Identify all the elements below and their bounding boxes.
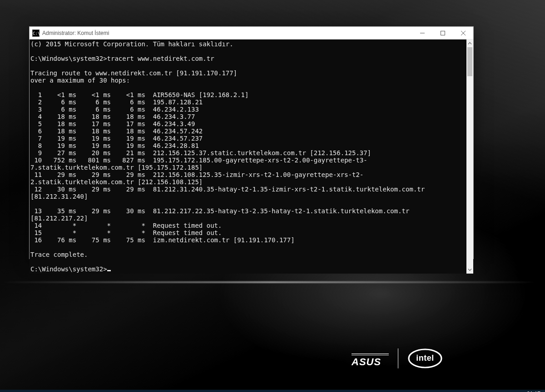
maximize-icon [441, 31, 445, 35]
cursor [107, 270, 111, 271]
chevron-down-icon [468, 268, 472, 272]
close-button[interactable] [453, 27, 473, 39]
taskbar[interactable] [0, 390, 545, 392]
scroll-up-button[interactable] [466, 39, 473, 47]
asus-text: ASUS [352, 356, 381, 368]
intel-logo: intel [407, 348, 443, 369]
brand-divider [398, 348, 398, 368]
svg-rect-0 [441, 31, 445, 35]
close-icon [461, 31, 466, 35]
maximize-button[interactable] [432, 27, 453, 39]
minimize-button[interactable] [412, 27, 432, 39]
chevron-up-icon [468, 41, 472, 45]
asus-logo: ASUS [352, 351, 389, 366]
cmd-window: C:\ Administrator: Komut İstemi (c) 2015… [29, 26, 474, 259]
titlebar[interactable]: C:\ Administrator: Komut İstemi [30, 27, 473, 39]
vertical-scrollbar[interactable] [466, 39, 473, 274]
brand-logos: ASUS intel [352, 348, 443, 369]
cmd-icon: C:\ [32, 29, 40, 37]
scroll-down-button[interactable] [466, 266, 473, 274]
intel-text: intel [416, 353, 434, 363]
minimize-icon [420, 31, 425, 35]
scrollbar-track[interactable] [466, 47, 473, 266]
scrollbar-thumb[interactable] [467, 47, 472, 76]
console-output[interactable]: (c) 2015 Microsoft Corporation. Tüm hakl… [30, 39, 466, 274]
window-title: Administrator: Komut İstemi [42, 30, 109, 36]
